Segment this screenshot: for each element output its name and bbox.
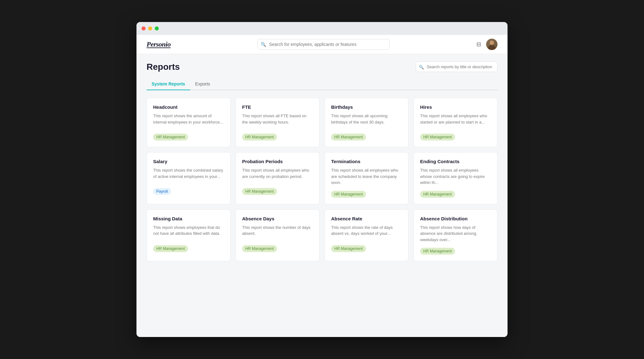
report-card-terminations[interactable]: Terminations This report shows all emplo… [325, 152, 408, 204]
app-window: Personio 🔍 ⊟ Reports 🔍 System Reports Ex… [136, 22, 508, 337]
card-tag-probation-periods: HR Management [242, 188, 277, 195]
report-card-fte[interactable]: FTE This report shows all FTE based on t… [236, 98, 319, 147]
card-title-headcount: Headcount [153, 104, 224, 110]
card-description-probation-periods: This report shows all employees who are … [242, 167, 313, 183]
card-tag-terminations: HR Management [331, 191, 366, 198]
card-description-terminations: This report shows all employees who are … [331, 167, 402, 186]
report-card-salary[interactable]: Salary This report shows the combined sa… [147, 152, 230, 204]
card-title-absence-distribution: Absence Distribution [420, 216, 491, 221]
page-header: Reports 🔍 [147, 62, 497, 72]
traffic-light-minimize[interactable] [148, 26, 152, 30]
card-title-missing-data: Missing Data [153, 216, 224, 221]
card-tag-absence-days: HR Management [242, 245, 277, 252]
logo: Personio [147, 40, 171, 48]
card-tag-headcount: HR Management [153, 134, 188, 141]
report-card-ending-contracts[interactable]: Ending Contracts This report shows all e… [414, 152, 497, 204]
report-search-input[interactable] [416, 62, 497, 72]
report-card-probation-periods[interactable]: Probation Periods This report shows all … [236, 152, 319, 204]
card-title-probation-periods: Probation Periods [242, 159, 313, 164]
traffic-light-fullscreen[interactable] [155, 26, 159, 30]
report-card-absence-days[interactable]: Absence Days This report shows the numbe… [236, 209, 319, 262]
report-search-icon: 🔍 [419, 64, 424, 69]
header-search-container: 🔍 [258, 39, 390, 50]
card-title-ending-contracts: Ending Contracts [420, 159, 491, 164]
traffic-light-close[interactable] [142, 26, 146, 30]
card-tag-hires: HR Management [420, 134, 455, 141]
report-card-headcount[interactable]: Headcount This report shows the amount o… [147, 98, 230, 147]
app-header: Personio 🔍 ⊟ [136, 35, 508, 54]
card-title-absence-days: Absence Days [242, 216, 313, 221]
title-bar [136, 22, 508, 35]
card-description-hires: This report shows all employees who star… [420, 113, 491, 129]
card-title-fte: FTE [242, 104, 313, 110]
card-description-absence-rate: This report shows the rate of days absen… [331, 224, 402, 240]
card-title-terminations: Terminations [331, 159, 402, 164]
card-description-ending-contracts: This report shows all employees whose co… [420, 167, 491, 186]
header-search-input[interactable] [258, 39, 390, 50]
main-content: Reports 🔍 System Reports Exports Headcou… [136, 54, 508, 337]
card-title-birthdays: Birthdays [331, 104, 402, 110]
card-description-absence-days: This report shows the number of days abs… [242, 224, 313, 240]
card-tag-salary: Payroll [153, 188, 171, 195]
card-title-hires: Hires [420, 104, 491, 110]
card-title-absence-rate: Absence Rate [331, 216, 402, 221]
tabs: System Reports Exports [147, 78, 497, 90]
card-tag-missing-data: HR Management [153, 245, 188, 252]
report-card-absence-distribution[interactable]: Absence Distribution This report shows h… [414, 209, 497, 262]
card-tag-absence-distribution: HR Management [420, 248, 455, 255]
header-actions: ⊟ [476, 39, 497, 50]
card-description-birthdays: This report shows all upcoming birthdays… [331, 113, 402, 129]
tab-system-reports[interactable]: System Reports [147, 78, 190, 90]
card-tag-birthdays: HR Management [331, 134, 366, 141]
card-tag-ending-contracts: HR Management [420, 191, 455, 198]
avatar[interactable] [486, 39, 497, 50]
card-tag-fte: HR Management [242, 134, 277, 141]
report-card-missing-data[interactable]: Missing Data This report shows employees… [147, 209, 230, 262]
tab-exports[interactable]: Exports [190, 78, 215, 90]
card-tag-absence-rate: HR Management [331, 245, 366, 252]
report-card-hires[interactable]: Hires This report shows all employees wh… [414, 98, 497, 147]
card-title-salary: Salary [153, 159, 224, 164]
card-description-absence-distribution: This report shows how days of absence ar… [420, 224, 491, 243]
card-description-headcount: This report shows the amount of internal… [153, 113, 224, 129]
cards-grid: Headcount This report shows the amount o… [147, 98, 497, 261]
card-description-fte: This report shows all FTE based on the w… [242, 113, 313, 129]
card-description-salary: This report shows the combined salary of… [153, 167, 224, 183]
card-description-missing-data: This report shows employees that do not … [153, 224, 224, 240]
header-search-icon: 🔍 [261, 42, 266, 47]
report-search-container: 🔍 [416, 62, 497, 72]
filter-icon[interactable]: ⊟ [476, 41, 481, 48]
report-card-birthdays[interactable]: Birthdays This report shows all upcoming… [325, 98, 408, 147]
page-title: Reports [147, 62, 180, 72]
report-card-absence-rate[interactable]: Absence Rate This report shows the rate … [325, 209, 408, 262]
avatar-image [486, 39, 497, 50]
